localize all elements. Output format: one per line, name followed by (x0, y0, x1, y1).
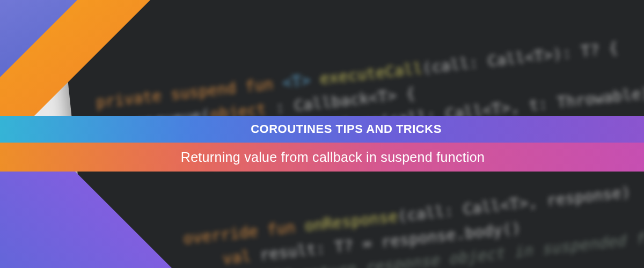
subtitle-text: Returning value from callback in suspend… (0, 150, 644, 165)
code-token: result (259, 240, 317, 264)
code-token: onResponse (304, 207, 399, 235)
title-banner: COROUTINES TIPS AND TRICKS (0, 116, 644, 143)
code-token: <T> (282, 71, 311, 92)
code-token: (call: Call<T>): T? { (421, 39, 619, 77)
title-text: COROUTINES TIPS AND TRICKS (0, 122, 644, 136)
hero-banner: private suspend fun <T> executeCall(call… (0, 0, 644, 268)
subtitle-banner: Returning value from callback in suspend… (0, 143, 644, 172)
